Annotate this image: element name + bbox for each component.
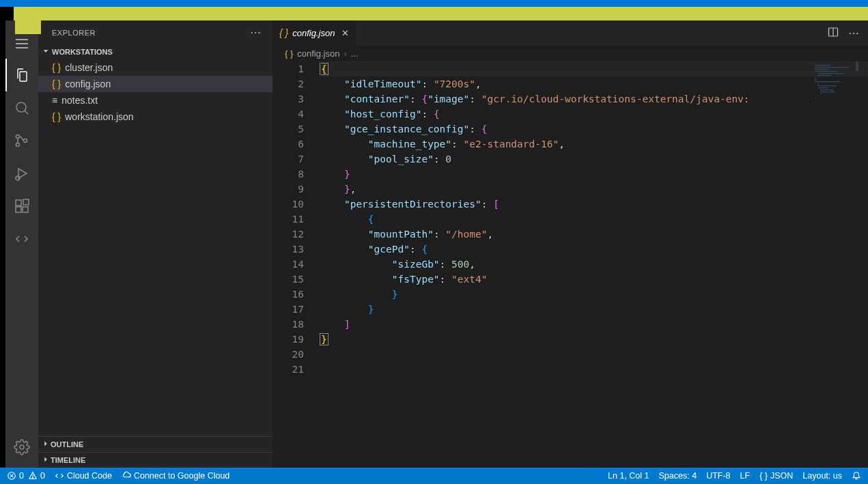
split-editor-icon[interactable] — [828, 27, 839, 40]
status-bar: 0 0 Cloud Code Connect to Google Cloud L… — [0, 468, 868, 484]
breadcrumb[interactable]: { } config.json › ... — [272, 45, 868, 61]
timeline-section[interactable]: TIMELINE — [38, 452, 272, 468]
status-bell-icon[interactable] — [852, 471, 861, 481]
breadcrumb-file: config.json — [297, 48, 339, 59]
chevron-down-icon — [41, 46, 51, 57]
json-icon: { } — [52, 62, 61, 73]
cloud-code-icon[interactable] — [5, 223, 38, 255]
tab-filename: config.json — [292, 28, 335, 38]
braces-icon: { } — [759, 471, 768, 481]
source-control-icon[interactable] — [5, 124, 38, 157]
sidebar-section-workstations[interactable]: WORKSTATIONS — [38, 44, 272, 59]
connect-cloud-label: Connect to Google Cloud — [134, 471, 229, 481]
svg-point-42 — [32, 477, 33, 478]
file-item-workstation-json[interactable]: { }workstation.json — [38, 109, 272, 125]
timeline-label: TIMELINE — [51, 456, 85, 464]
svg-rect-13 — [23, 199, 29, 205]
file-item-cluster-json[interactable]: { }cluster.json — [38, 59, 272, 76]
sidebar-more-icon[interactable]: ⋯ — [250, 26, 262, 39]
cloud-code-label: Cloud Code — [67, 471, 112, 481]
breadcrumb-separator: › — [344, 48, 346, 59]
tab-close-icon[interactable]: ✕ — [341, 28, 349, 38]
editor-area: { } config.json ✕ ⋯ { } config.json › ..… — [272, 20, 868, 468]
code-editor[interactable]: 123456789101112131415161718192021 { "idl… — [272, 61, 868, 468]
json-icon: { } — [52, 111, 61, 122]
status-cloud-code[interactable]: Cloud Code — [55, 471, 112, 481]
sidebar-header: EXPLORER ⋯ — [38, 20, 272, 44]
tab-bar: { } config.json ✕ ⋯ — [272, 20, 868, 45]
search-icon[interactable] — [5, 91, 38, 124]
chevron-right-icon — [41, 439, 51, 450]
json-icon: { } — [285, 48, 293, 59]
svg-point-3 — [16, 102, 26, 112]
file-list: { }cluster.json{ }config.json≡notes.txt{… — [38, 59, 272, 436]
file-name-label: config.json — [65, 79, 111, 89]
sidebar-section-label: WORKSTATIONS — [52, 48, 113, 56]
svg-line-4 — [25, 111, 28, 114]
file-name-label: workstation.json — [65, 111, 133, 122]
explorer-icon[interactable] — [5, 59, 38, 91]
code-content[interactable]: { "idleTimeout": "7200s", "container": {… — [313, 61, 868, 468]
status-errors[interactable]: 0 — [7, 471, 24, 481]
warning-count: 0 — [40, 471, 45, 481]
sidebar: EXPLORER ⋯ WORKSTATIONS { }cluster.json{… — [38, 20, 272, 468]
status-connect-cloud[interactable]: Connect to Google Cloud — [122, 471, 229, 481]
current-line-highlight — [320, 61, 868, 76]
window-yellow-notch — [15, 7, 41, 34]
svg-rect-10 — [16, 200, 21, 205]
window-top-blue-bar — [0, 0, 868, 7]
svg-point-7 — [24, 139, 27, 143]
svg-point-14 — [20, 445, 24, 449]
file-item-notes-txt[interactable]: ≡notes.txt — [38, 92, 272, 109]
file-name-label: cluster.json — [65, 62, 113, 73]
svg-point-6 — [16, 143, 20, 147]
menu-icon[interactable] — [5, 34, 38, 53]
sidebar-title: EXPLORER — [52, 29, 96, 37]
status-language[interactable]: { } JSON — [759, 471, 793, 481]
outline-label: OUTLINE — [51, 440, 83, 449]
status-cursor-pos[interactable]: Ln 1, Col 1 — [608, 471, 649, 481]
json-icon: { } — [52, 79, 61, 89]
editor-more-icon[interactable]: ⋯ — [848, 27, 860, 40]
breadcrumb-rest: ... — [351, 48, 359, 59]
chevron-right-icon — [41, 455, 51, 466]
file-name-label: notes.txt — [61, 95, 98, 106]
json-icon: { } — [279, 27, 288, 38]
tab-config-json[interactable]: { } config.json ✕ — [272, 20, 356, 45]
status-spaces[interactable]: Spaces: 4 — [659, 471, 697, 481]
error-count: 0 — [19, 471, 24, 481]
window-top-yellow-bar — [14, 7, 868, 20]
status-warnings[interactable]: 0 — [28, 471, 45, 481]
status-eol[interactable]: LF — [740, 471, 751, 481]
extensions-icon[interactable] — [5, 190, 38, 223]
svg-point-5 — [16, 135, 20, 139]
main-area: EXPLORER ⋯ WORKSTATIONS { }cluster.json{… — [0, 20, 868, 468]
file-item-config-json[interactable]: { }config.json — [38, 76, 272, 92]
status-layout[interactable]: Layout: us — [802, 471, 842, 481]
settings-gear-icon[interactable] — [5, 431, 38, 464]
status-encoding[interactable]: UTF-8 — [706, 471, 730, 481]
run-debug-icon[interactable] — [5, 157, 38, 190]
left-black-rail — [0, 20, 5, 468]
svg-rect-11 — [16, 207, 21, 212]
text-icon: ≡ — [52, 95, 57, 106]
svg-rect-12 — [23, 207, 28, 212]
line-number-gutter: 123456789101112131415161718192021 — [272, 61, 313, 468]
activity-bar — [5, 20, 38, 468]
outline-section[interactable]: OUTLINE — [38, 436, 272, 452]
